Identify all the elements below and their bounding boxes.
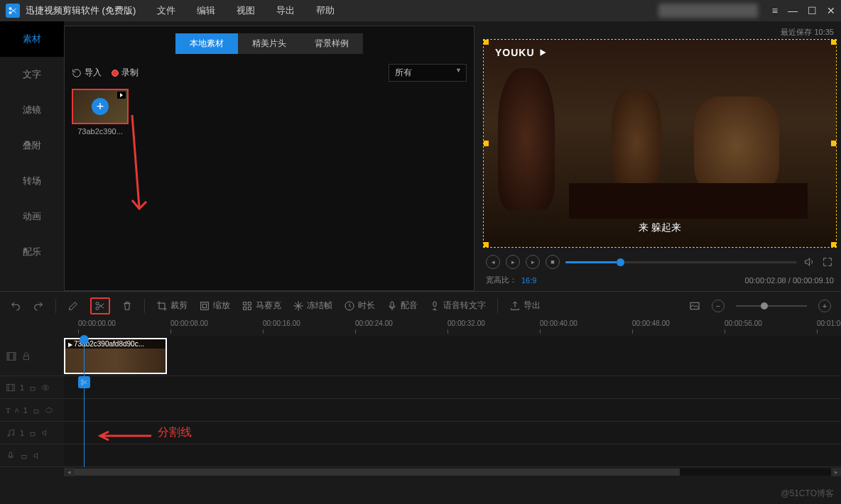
lock-icon[interactable] <box>28 429 37 437</box>
svg-rect-26 <box>22 455 26 459</box>
preview-viewport[interactable]: YOUKU 来 躲起来 <box>483 39 837 248</box>
scroll-right-button[interactable]: ▸ <box>831 468 841 476</box>
resize-handle[interactable] <box>483 39 489 45</box>
export-button[interactable]: 导出 <box>509 300 541 312</box>
zoom-in-button[interactable]: + <box>818 300 831 312</box>
track-body[interactable] <box>64 376 841 398</box>
aspect-value[interactable]: 16:9 <box>521 276 536 285</box>
hamburger-icon[interactable]: ≡ <box>772 5 778 16</box>
media-tab-local[interactable]: 本地素材 <box>175 33 238 54</box>
media-item[interactable]: + 73ab2c390... <box>72 89 129 136</box>
lock-icon[interactable] <box>28 383 37 392</box>
media-tab-bg[interactable]: 背景样例 <box>300 33 363 54</box>
lock-icon[interactable] <box>32 406 40 415</box>
redo-button[interactable] <box>33 300 44 312</box>
sidebar-tab-music[interactable]: 配乐 <box>0 234 64 270</box>
media-tabs: 本地素材 精美片头 背景样例 <box>72 33 467 54</box>
edit-button[interactable] <box>67 300 79 312</box>
zoom-knob[interactable] <box>761 302 768 309</box>
stt-button[interactable]: 语音转文字 <box>429 300 486 312</box>
sidebar-tab-filter[interactable]: 滤镜 <box>0 92 64 128</box>
duration-button[interactable]: 时长 <box>344 300 375 312</box>
timeline-ruler[interactable]: 00:00:00.00 00:00:08.00 00:00:16.00 00:0… <box>64 319 841 336</box>
menu-view[interactable]: 视图 <box>237 4 255 17</box>
menu-export[interactable]: 导出 <box>276 4 295 17</box>
track-body[interactable]: 73ab2c390afd8d90c... <box>64 336 841 376</box>
filter-dropdown[interactable]: 所有 <box>389 64 467 82</box>
timeline-hscroll[interactable]: ◂ ▸ <box>64 467 841 477</box>
scroll-left-button[interactable]: ◂ <box>64 468 74 476</box>
fullscreen-icon[interactable] <box>821 256 834 268</box>
play-button[interactable]: ▸ <box>506 255 520 269</box>
sidebar-tab-animation[interactable]: 动画 <box>0 199 64 234</box>
eye-icon[interactable] <box>41 383 50 392</box>
resize-handle[interactable] <box>831 141 837 146</box>
playhead[interactable] <box>84 336 85 467</box>
svg-rect-5 <box>202 304 206 307</box>
close-icon[interactable]: ✕ <box>827 5 835 16</box>
prev-frame-button[interactable]: ◂ <box>486 255 500 269</box>
zoom-button[interactable]: 缩放 <box>199 300 230 312</box>
lock-icon[interactable] <box>21 351 31 361</box>
thumbnail-toggle[interactable] <box>689 300 700 312</box>
speaker-icon[interactable] <box>33 451 41 460</box>
sidebar-tab-text[interactable]: 文字 <box>0 57 64 92</box>
speaker-icon[interactable] <box>41 429 50 437</box>
crop-button[interactable]: 裁剪 <box>156 300 188 312</box>
media-thumbnail[interactable]: + <box>72 89 129 124</box>
video-subtitle: 来 躲起来 <box>639 221 681 234</box>
import-label: 导入 <box>85 67 102 79</box>
ruler-tick: 00:00:56.00 <box>725 319 762 327</box>
video-track-2: 1 <box>0 376 841 399</box>
preview-progress[interactable] <box>565 261 797 263</box>
progress-knob[interactable] <box>617 258 624 266</box>
mosaic-button[interactable]: 马赛克 <box>242 300 281 312</box>
resize-handle[interactable] <box>483 242 489 248</box>
menu-help[interactable]: 帮助 <box>316 4 335 17</box>
media-tab-intro[interactable]: 精美片头 <box>238 33 300 54</box>
add-to-timeline-icon[interactable]: + <box>92 98 109 115</box>
maximize-icon[interactable]: ☐ <box>808 5 817 16</box>
resize-handle[interactable] <box>831 39 837 45</box>
svg-rect-12 <box>433 302 436 307</box>
track-body[interactable] <box>64 444 841 466</box>
svg-rect-25 <box>9 451 12 456</box>
timeline-clip[interactable]: 73ab2c390afd8d90c... <box>64 338 167 374</box>
record-button[interactable]: 录制 <box>112 67 139 79</box>
zoom-slider[interactable] <box>736 305 807 307</box>
time-current: 00:00:02.08 <box>745 276 786 285</box>
delete-button[interactable] <box>121 300 133 312</box>
svg-point-15 <box>81 383 83 385</box>
track-body[interactable] <box>64 399 841 421</box>
import-icon <box>72 68 82 78</box>
resize-handle[interactable] <box>483 141 489 146</box>
undo-button[interactable] <box>10 300 21 312</box>
scroll-track[interactable] <box>74 469 831 476</box>
freeze-button[interactable]: 冻结帧 <box>293 300 332 312</box>
zoom-out-button[interactable]: − <box>712 300 725 312</box>
scroll-thumb[interactable] <box>74 469 680 476</box>
playhead-knob[interactable] <box>80 335 89 344</box>
sidebar-tab-transition[interactable]: 转场 <box>0 163 64 199</box>
volume-icon[interactable] <box>803 256 815 268</box>
track-body[interactable] <box>64 422 841 444</box>
menu-file[interactable]: 文件 <box>157 4 175 17</box>
eye-icon[interactable] <box>45 406 53 415</box>
menu-edit[interactable]: 编辑 <box>197 4 215 17</box>
sidebar-tab-overlay[interactable]: 叠附 <box>0 128 64 163</box>
sidebar-tab-media[interactable]: 素材 <box>0 21 64 57</box>
resize-handle[interactable] <box>831 242 837 248</box>
dub-button[interactable]: 配音 <box>386 300 418 312</box>
split-button[interactable] <box>90 297 110 314</box>
export-icon <box>509 300 521 312</box>
svg-point-14 <box>81 380 83 382</box>
next-frame-button[interactable]: ▸ <box>526 255 540 269</box>
titlebar: 迅捷视频剪辑软件 (免费版) 文件 编辑 视图 导出 帮助 ≡ — ☐ ✕ <box>0 0 841 21</box>
lock-icon[interactable] <box>20 451 28 460</box>
import-button[interactable]: 导入 <box>72 67 102 79</box>
ruler-tick: 00:01:04 <box>817 319 841 327</box>
stop-button[interactable]: ■ <box>546 255 560 269</box>
preview-info: 宽高比： 16:9 00:00:02.08 / 00:00:09.10 <box>483 273 837 287</box>
minimize-icon[interactable]: — <box>788 5 798 16</box>
crop-icon <box>156 300 168 312</box>
